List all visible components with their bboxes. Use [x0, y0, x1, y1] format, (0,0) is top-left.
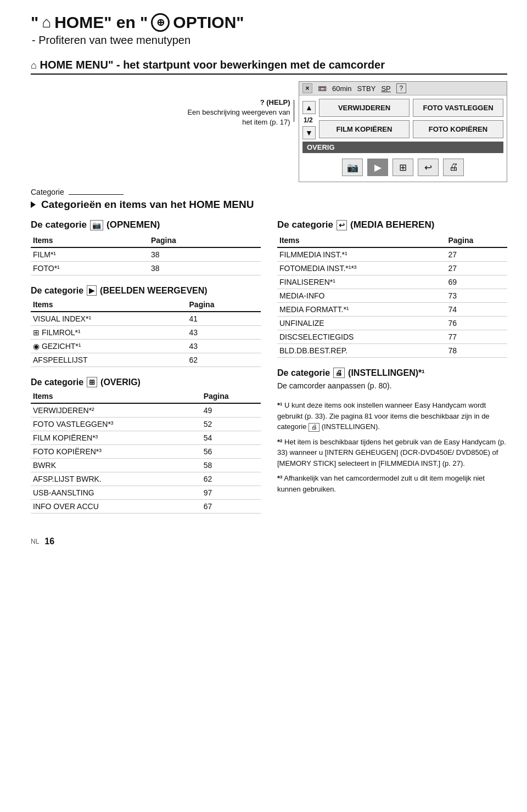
pagina-cell: 43 — [187, 326, 261, 340]
fn1-star: *¹ — [277, 401, 282, 409]
col-pagina-beelden: Pagina — [187, 299, 261, 312]
home-text: HOME" en " — [54, 13, 148, 32]
stby-label: STBY — [357, 84, 375, 93]
item-cell: FILM*¹ — [31, 247, 149, 262]
pagina-cell: 67 — [201, 500, 261, 514]
item-cell: BLD.DB.BEST.REP. — [277, 344, 446, 358]
categories-intro-heading: Categorieën en items van het HOME MENU — [31, 199, 507, 211]
home-icon: ⌂ — [42, 14, 51, 31]
table-row: BWRK58 — [31, 459, 261, 472]
cat-icon-beelden[interactable]: ▶ — [367, 159, 388, 176]
item-cell: ⊞ FILMROL*¹ — [31, 326, 187, 340]
cat-media-heading: De categorie ↩ (MEDIA BEHEREN) — [277, 219, 507, 230]
item-cell: INFO OVER ACCU — [31, 500, 201, 514]
table-row: FOTO*¹38 — [31, 262, 261, 275]
option-icon: ⊕ — [151, 13, 170, 32]
categories-intro-text: Categorieën en items van het HOME MENU — [41, 199, 254, 211]
table-row: MEDIA-INFO73 — [277, 289, 507, 303]
pagina-cell: 97 — [201, 486, 261, 500]
nav-down-button[interactable]: ▼ — [302, 126, 316, 139]
pagina-cell: 38 — [149, 262, 261, 275]
table-row: ⊞ FILMROL*¹43 — [31, 326, 261, 340]
button-row-1: VERWIJDEREN FOTO VASTLEGGEN — [319, 99, 503, 117]
table-row: MEDIA FORMATT.*¹74 — [277, 303, 507, 317]
cat-overig-heading-text: De categorie — [31, 377, 83, 387]
table-row: FILM*¹38 — [31, 247, 261, 262]
item-cell: FILMMEDIA INST.*¹ — [277, 247, 446, 262]
pagina-cell: 38 — [149, 247, 261, 262]
table-row: FILM KOPIËREN*³54 — [31, 431, 261, 445]
close-button[interactable]: × — [302, 83, 312, 93]
nav-row: ▲ 1/2 ▼ VERWIJDEREN FOTO VASTLEGGEN FILM… — [302, 99, 503, 142]
page-number: 1/2 — [302, 116, 316, 124]
cat-beelden-heading-text: De categorie — [31, 286, 83, 296]
item-cell: VISUAL INDEX*¹ — [31, 312, 187, 326]
sp-label: SP — [381, 84, 390, 93]
foto-kopieren-button[interactable]: FOTO KOPIËREN — [413, 120, 503, 138]
cat-instellingen-heading-text: De categorie — [277, 368, 330, 378]
camera-ui: × 📼 60min STBY SP ? ▲ 1/2 ▼ VERWIJDEREN … — [299, 81, 507, 182]
table-row: UNFINALIZE76 — [277, 317, 507, 330]
nl-label: NL — [31, 538, 39, 545]
cat-icon-overig[interactable]: ⊞ — [393, 159, 413, 176]
pagina-cell: 78 — [446, 344, 507, 358]
cat-media-name: (MEDIA BEHEREN) — [350, 219, 434, 230]
table-row: FILMMEDIA INST.*¹27 — [277, 247, 507, 262]
cat-opnemen-heading-text: De categorie — [31, 219, 87, 230]
camera-topbar: × 📼 60min STBY SP ? — [299, 82, 507, 95]
table-row: AFSP.LIJST BWRK.62 — [31, 472, 261, 486]
item-cell: ◉ GEZICHT*¹ — [31, 340, 187, 353]
fn3-text: Afhankelijk van het camcordermodel zult … — [277, 474, 485, 493]
cat-instellingen-icon: 🖨 — [333, 368, 345, 378]
footnotes-section: *¹ U kunt deze items ook instellen wanne… — [277, 400, 507, 494]
col-items-opnemen: Items — [31, 235, 149, 247]
pagina-cell: 41 — [187, 312, 261, 326]
item-cell: AFSP.LIJST BWRK. — [31, 472, 201, 486]
pagina-cell: 74 — [446, 303, 507, 317]
camera-body: ▲ 1/2 ▼ VERWIJDEREN FOTO VASTLEGGEN FILM… — [299, 95, 507, 182]
verwijderen-button[interactable]: VERWIJDEREN — [319, 99, 410, 117]
item-cell: FOTO VASTLEGGEN*³ — [31, 418, 201, 431]
categories-wrapper: De categorie 📷 (OPNEMEN) Items Pagina FI… — [31, 219, 507, 523]
option-text: OPTION" — [173, 13, 244, 32]
item-cell: BWRK — [31, 459, 201, 472]
item-cell: MEDIA-INFO — [277, 289, 446, 303]
film-kopieren-button[interactable]: FILM KOPIËREN — [319, 120, 410, 138]
cat-opnemen-table: Items Pagina FILM*¹38FOTO*¹38 — [31, 235, 261, 275]
foto-vastleggen-button[interactable]: FOTO VASTLEGGEN — [413, 99, 503, 117]
cat-icon-opnemen[interactable]: 📷 — [342, 159, 363, 176]
quote-open: " — [31, 13, 38, 32]
main-title: " ⌂ HOME" en " ⊕ OPTION" — [31, 13, 507, 32]
col-items-beelden: Items — [31, 299, 187, 312]
item-cell: DISCSELECTIEGIDS — [277, 330, 446, 344]
cat-media-icon: ↩ — [337, 220, 347, 230]
table-row: FOTO VASTLEGGEN*³52 — [31, 418, 261, 431]
tape-time: 60min — [332, 84, 351, 93]
pagina-cell: 54 — [201, 431, 261, 445]
cat-opnemen-name: (OPNEMEN) — [106, 219, 160, 230]
home-menu-section-heading: ⌂ HOME MENU" - het startpunt voor bewerk… — [31, 59, 507, 75]
col-items-media: Items — [277, 235, 446, 247]
overig-label: OVERIG — [302, 142, 503, 153]
col-pagina-opnemen: Pagina — [149, 235, 261, 247]
nav-up-button[interactable]: ▲ — [302, 101, 316, 114]
item-cell: FOTO*¹ — [31, 262, 149, 275]
help-annotation: ? (HELP) Een beschrijving weergeven van … — [184, 98, 294, 128]
help-icon[interactable]: ? — [396, 83, 406, 93]
footnote-3: *³ Afhankelijk van het camcordermodel zu… — [277, 473, 507, 494]
footer: NL 16 — [31, 537, 507, 546]
table-row: ◉ GEZICHT*¹43 — [31, 340, 261, 353]
table-row: DISCSELECTIEGIDS77 — [277, 330, 507, 344]
cat-icon-instellingen[interactable]: 🖨 — [443, 159, 464, 176]
item-cell: MEDIA FORMATT.*¹ — [277, 303, 446, 317]
cat-overig-icon: ⊞ — [87, 377, 97, 387]
item-cell: UNFINALIZE — [277, 317, 446, 330]
table-row: FINALISEREN*¹69 — [277, 275, 507, 289]
cat-icon-media[interactable]: ↩ — [418, 159, 439, 176]
item-cell: USB-AANSLTING — [31, 486, 201, 500]
home-menu-icon: ⌂ — [31, 60, 37, 71]
table-row: INFO OVER ACCU67 — [31, 500, 261, 514]
pagina-cell: 73 — [446, 289, 507, 303]
fn3-star: *³ — [277, 474, 282, 482]
arrow-icon — [31, 201, 36, 208]
